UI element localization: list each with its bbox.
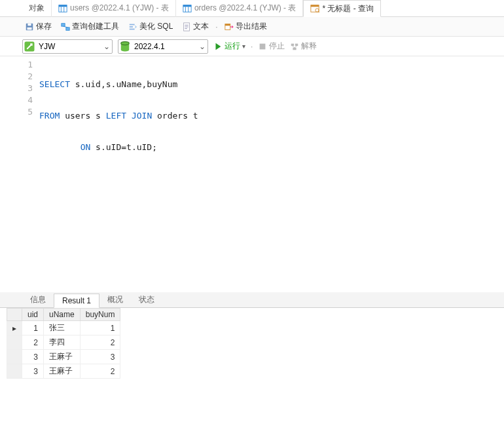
svg-rect-26 (225, 24, 230, 26)
cell-buynum[interactable]: 2 (80, 364, 120, 379)
svg-rect-13 (27, 23, 31, 26)
kw: SELECT (39, 79, 70, 89)
label: 导出结果 (236, 21, 267, 32)
table-row[interactable]: 3王麻子2 (7, 364, 120, 379)
col-buynum[interactable]: buyNum (80, 309, 120, 321)
tab-orders[interactable]: orders @2022.4.1 (YJW) - 表 (176, 0, 304, 17)
label: 运行 (225, 41, 240, 52)
rowmark (7, 350, 22, 364)
svg-rect-33 (293, 47, 297, 50)
export-result-button[interactable]: 导出结果 (222, 20, 270, 33)
svg-rect-1 (59, 5, 67, 7)
database-combo[interactable]: ⌄ (118, 39, 208, 54)
text-button[interactable]: 文本 (179, 20, 211, 33)
cell-uid[interactable]: 2 (22, 335, 44, 350)
code-area[interactable]: SELECT s.uid,s.uName,buyNum FROM users s… (37, 56, 198, 292)
explain-button[interactable]: 解释 (290, 41, 317, 52)
svg-line-11 (319, 11, 320, 12)
toolbar: 保存 查询创建工具 美化 SQL 文本 · 导出结果 (0, 17, 504, 37)
cell-buynum[interactable]: 1 (80, 321, 120, 335)
table-icon (183, 4, 192, 13)
connection-combo[interactable]: ⌄ (22, 39, 113, 54)
sql-editor[interactable]: 12345 SELECT s.uid,s.uName,buyNum FROM u… (0, 56, 504, 292)
beautify-sql-button[interactable]: 美化 SQL (126, 20, 175, 33)
tab-label: orders @2022.4.1 (YJW) - 表 (194, 3, 297, 14)
kw: LEFT JOIN (106, 111, 152, 121)
chevron-down-icon[interactable]: ⌄ (197, 42, 207, 51)
separator: · (251, 42, 253, 51)
rowmark: ▸ (7, 321, 22, 335)
svg-rect-30 (260, 43, 266, 49)
svg-rect-5 (183, 5, 191, 7)
table-icon (58, 4, 67, 13)
database-input[interactable] (132, 42, 197, 51)
tab-profile[interactable]: 概况 (99, 292, 131, 307)
label: 查询创建工具 (72, 21, 119, 32)
rowmark (7, 335, 22, 350)
result-tabstrip: 信息 Result 1 概况 状态 (0, 292, 504, 308)
rowmark (7, 364, 22, 379)
label: 信息 (30, 295, 46, 304)
txt: s.uid,s.uName,buyNum (70, 79, 177, 89)
svg-line-34 (293, 46, 295, 48)
builder-icon (61, 22, 70, 31)
query-builder-button[interactable]: 查询创建工具 (58, 20, 122, 33)
svg-rect-18 (130, 24, 135, 25)
svg-rect-31 (291, 43, 294, 46)
cell-uname[interactable]: 王麻子 (44, 364, 81, 379)
stop-button[interactable]: 停止 (258, 41, 285, 52)
save-icon (25, 22, 34, 31)
save-button[interactable]: 保存 (22, 20, 54, 33)
table-row[interactable]: 3王麻子3 (7, 350, 120, 364)
svg-line-35 (295, 46, 297, 48)
tab-result1[interactable]: Result 1 (54, 294, 99, 308)
chevron-down-icon[interactable]: ⌄ (101, 42, 112, 51)
svg-rect-16 (66, 27, 69, 29)
beautify-icon (128, 22, 137, 31)
cell-uid[interactable]: 1 (22, 321, 44, 335)
cell-uname[interactable]: 王麻子 (44, 350, 81, 364)
svg-line-17 (63, 26, 68, 28)
tab-users[interactable]: users @2022.4.1 (YJW) - 表 (52, 0, 176, 17)
cell-uname[interactable]: 李四 (44, 335, 81, 350)
cell-buynum[interactable]: 2 (80, 335, 120, 350)
tab-label: 对象 (29, 3, 45, 14)
label: 解释 (301, 41, 317, 52)
cell-uid[interactable]: 3 (22, 364, 44, 379)
connection-input[interactable] (36, 42, 101, 51)
cell-buynum[interactable]: 3 (80, 350, 120, 364)
txt (39, 142, 81, 152)
run-button[interactable]: 运行 ▾ (213, 41, 245, 52)
cell-uname[interactable]: 张三 (44, 321, 81, 335)
tab-label: * 无标题 - 查询 (322, 3, 374, 14)
text-icon (182, 22, 191, 31)
kw: FROM (39, 111, 60, 121)
tab-query[interactable]: * 无标题 - 查询 (303, 0, 381, 17)
rowmark-header (7, 309, 22, 321)
svg-rect-32 (295, 43, 298, 46)
txt: users s (60, 111, 105, 121)
label: Result 1 (62, 296, 91, 305)
tab-label: users @2022.4.1 (YJW) - 表 (70, 3, 169, 14)
table-row[interactable]: 2李四2 (7, 335, 120, 350)
svg-rect-15 (62, 23, 65, 26)
tab-status[interactable]: 状态 (131, 292, 162, 307)
cell-uid[interactable]: 3 (22, 350, 44, 364)
tab-info[interactable]: 信息 (22, 292, 54, 307)
play-icon (213, 42, 223, 51)
svg-rect-19 (130, 26, 133, 28)
label: 美化 SQL (139, 21, 173, 32)
table-row[interactable]: ▸1张三1 (7, 321, 120, 335)
database-icon (118, 40, 132, 53)
separator: · (215, 22, 217, 31)
txt: s.uID=t.uID; (90, 142, 157, 152)
col-uid[interactable]: uid (22, 309, 44, 321)
col-uname[interactable]: uName (44, 309, 81, 321)
options-bar: ⌄ ⌄ 运行 ▾ · 停止 解释 (0, 37, 504, 56)
label: 文本 (193, 21, 209, 32)
result-grid[interactable]: uid uName buyNum ▸1张三12李四23王麻子33王麻子2 (0, 308, 504, 379)
tab-objects[interactable]: 对象 (22, 0, 52, 17)
label: 停止 (269, 41, 285, 52)
label: 概况 (107, 295, 123, 304)
chevron-down-icon[interactable]: ▾ (242, 43, 245, 50)
